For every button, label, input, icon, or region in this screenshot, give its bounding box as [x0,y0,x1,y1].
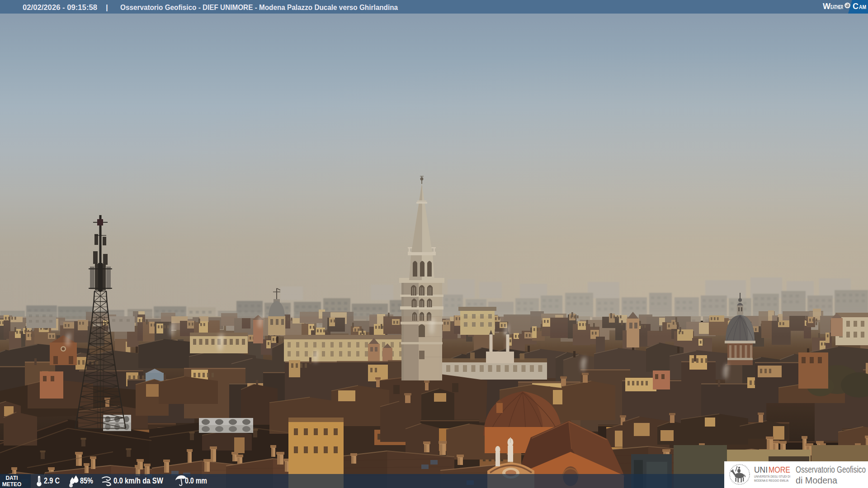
svg-text:MORE: MORE [769,465,790,474]
svg-text:C: C [853,2,859,11]
svg-text:di Modena: di Modena [796,475,838,485]
svg-text:Osservatorio Geofisico: Osservatorio Geofisico [796,465,866,474]
svg-text:1175: 1175 [737,481,742,483]
svg-text:Osservatorio Geofisico - DIEF: Osservatorio Geofisico - DIEF UNIMORE - … [120,3,398,12]
svg-text:|: | [106,3,108,12]
svg-text:AM: AM [859,4,866,10]
svg-text:UNI: UNI [754,465,768,474]
svg-text:EATHER: EATHER [830,4,843,10]
svg-text:MODENA E REGGIO EMILIA: MODENA E REGGIO EMILIA [754,479,788,483]
svg-text:0.0 km/h da SW: 0.0 km/h da SW [113,476,163,485]
svg-text:UNIVERSITÀ DEGLI STUDI DI: UNIVERSITÀ DEGLI STUDI DI [754,474,790,479]
svg-text:METEO: METEO [2,481,22,488]
svg-text:85%: 85% [80,476,93,485]
svg-text:W: W [823,2,830,11]
svg-text:2.9 C: 2.9 C [44,476,60,485]
svg-text:0.0 mm: 0.0 mm [185,476,207,485]
svg-text:DATI: DATI [5,475,18,481]
svg-text:02/02/2026 - 09:15:58: 02/02/2026 - 09:15:58 [23,3,97,12]
